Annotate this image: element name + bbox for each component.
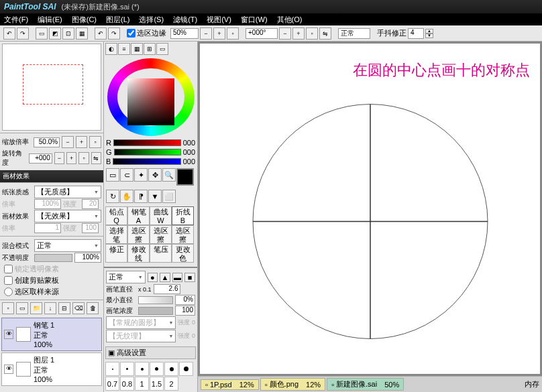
polyline-tool[interactable]: 折线B xyxy=(172,206,194,225)
redo-button[interactable]: ↷ xyxy=(17,27,29,40)
color-change-tool[interactable]: 更改色 xyxy=(172,244,194,263)
brush-blend-dropdown[interactable]: 正常 xyxy=(106,271,146,283)
brush-preset[interactable] xyxy=(105,362,119,376)
select-pen-tool[interactable]: 选择笔 xyxy=(105,225,127,244)
transfer-down-button[interactable]: ↓ xyxy=(44,302,56,314)
invert-selection-button[interactable]: ◩ xyxy=(49,27,61,40)
min-size-value[interactable]: 0% xyxy=(175,295,195,305)
brush-preset[interactable] xyxy=(179,362,193,376)
stabilizer-up[interactable]: ▲ xyxy=(425,29,433,34)
tb-redo2[interactable]: ↷ xyxy=(108,27,120,40)
menu-select[interactable]: 选择(S) xyxy=(139,15,164,24)
brush-shape-3[interactable]: ▬ xyxy=(172,273,183,282)
delete-layer-button[interactable]: 🗑 xyxy=(87,302,99,314)
fg-color-swatch[interactable] xyxy=(176,168,194,186)
zoom-display[interactable]: 50% xyxy=(170,28,199,39)
brush-preset[interactable] xyxy=(150,362,164,376)
hand-tool[interactable]: ✋ xyxy=(120,190,133,203)
brush-size-value[interactable]: 2.6 xyxy=(154,284,180,294)
sample-source-radio[interactable] xyxy=(4,287,13,296)
lasso-tool[interactable]: ⊂ xyxy=(120,168,133,182)
new-layer-button[interactable]: ▫ xyxy=(2,302,14,314)
color-wheel[interactable] xyxy=(107,58,195,136)
color-mixer-tab[interactable]: ▦ xyxy=(131,43,143,55)
brush-size-label-cell[interactable]: 0.8 xyxy=(120,377,134,391)
menu-view[interactable]: 视图(V) xyxy=(207,15,231,24)
stabilizer-down[interactable]: ▼ xyxy=(425,34,433,38)
brush-size-label-cell[interactable]: 0.7 xyxy=(105,377,119,391)
effect-dropdown[interactable]: 【无效果】 xyxy=(34,210,101,222)
protect-alpha-checkbox[interactable] xyxy=(4,265,13,273)
blend-mode-dropdown[interactable]: 正常 xyxy=(34,239,101,252)
menu-file[interactable]: 文件(F) xyxy=(4,15,28,24)
magic-wand-tool[interactable]: ✦ xyxy=(134,168,148,182)
menu-other[interactable]: 其他(O) xyxy=(277,15,303,24)
canvas[interactable]: 在圆的中心点画十的对称点 xyxy=(199,43,541,375)
undo-button[interactable]: ↶ xyxy=(3,27,15,40)
pencil-tool[interactable]: 铅点Q xyxy=(105,206,127,225)
rect-select-tool[interactable]: ▭ xyxy=(106,168,119,182)
layer-item[interactable]: 👁 图层 1 正常100% xyxy=(1,352,102,386)
blue-slider[interactable] xyxy=(113,158,180,165)
zoom-minus[interactable]: − xyxy=(62,136,74,148)
rot-plus[interactable]: + xyxy=(66,152,76,164)
opacity-value[interactable]: 100% xyxy=(74,253,101,263)
density-slider[interactable] xyxy=(138,307,173,315)
texture-dropdown[interactable]: 【无质感】 xyxy=(34,186,101,198)
advanced-settings-toggle[interactable]: ▣高级设置 xyxy=(105,346,196,359)
merge-down-button[interactable]: ⊟ xyxy=(58,302,70,314)
menu-window[interactable]: 窗口(W) xyxy=(241,15,268,24)
rot-flip[interactable]: ⇋ xyxy=(91,152,101,164)
brush-size-label-cell[interactable]: 1.5 xyxy=(150,377,164,391)
opacity-slider[interactable] xyxy=(34,254,72,262)
curve-tool[interactable]: 曲线W xyxy=(150,206,172,225)
brush-shape-dropdown[interactable]: 【常规的圆形】 xyxy=(106,316,176,329)
show-selection-button[interactable]: ⊡ xyxy=(62,27,74,40)
stabilizer-value[interactable]: 4 xyxy=(408,28,424,39)
density-value[interactable]: 100 xyxy=(175,306,195,316)
tile-grid-button[interactable]: ▦ xyxy=(76,27,88,40)
rotate-value[interactable]: +000 xyxy=(29,153,52,164)
layer-item[interactable]: 👁 钢笔 1 正常100% xyxy=(1,318,102,351)
brush-shape-4[interactable]: ■ xyxy=(184,273,195,282)
edit-tool[interactable]: 修正 xyxy=(105,244,127,263)
doc-tab-active[interactable]: ▫新建图像.sai50% xyxy=(327,378,404,391)
clear-layer-button[interactable]: ⌫ xyxy=(72,302,85,314)
rotate-cw-button[interactable]: + xyxy=(292,27,305,40)
menu-layer[interactable]: 图层(L) xyxy=(106,15,129,24)
green-slider[interactable] xyxy=(114,149,181,155)
pressure-tool[interactable]: 笔压 xyxy=(150,244,172,263)
new-folder-button[interactable]: 📁 xyxy=(30,302,42,314)
deselect-button[interactable]: ▭ xyxy=(36,27,48,40)
brush-shape-2[interactable]: ▲ xyxy=(160,273,170,282)
scratchpad-tab[interactable]: ▭ xyxy=(156,43,168,55)
navigator[interactable] xyxy=(2,44,101,131)
color-wheel-tab[interactable]: ◐ xyxy=(105,43,117,55)
brush-size-label-cell[interactable]: 2 xyxy=(164,377,178,391)
rot-minus[interactable]: − xyxy=(54,152,64,164)
brush-preset[interactable] xyxy=(135,362,149,376)
move-tool[interactable]: ✥ xyxy=(148,168,162,182)
red-slider[interactable] xyxy=(113,139,181,146)
angle-display[interactable]: +000° xyxy=(246,28,278,39)
zoom-fit-button[interactable]: ▫ xyxy=(227,27,239,40)
rotate-ccw-button[interactable]: − xyxy=(279,27,291,40)
doc-tab[interactable]: ▫颜色.png12% xyxy=(260,378,325,391)
eyedropper-tool[interactable]: ⁋ xyxy=(134,190,148,203)
line-edit-tool[interactable]: 修改线 xyxy=(127,244,150,263)
layer-visibility-icon[interactable]: 👁 xyxy=(4,330,13,339)
select-erase-tool-1[interactable]: 选区擦 xyxy=(127,225,150,244)
zoom-out-button[interactable]: − xyxy=(200,27,212,40)
menu-edit[interactable]: 编辑(E) xyxy=(38,15,62,24)
select-erase-tool-2[interactable]: 选区擦 xyxy=(150,225,172,244)
rotate-tool[interactable]: ↻ xyxy=(106,190,119,203)
select-erase-tool-3[interactable]: 选区擦 xyxy=(172,225,194,244)
pen-tool[interactable]: 钢笔A xyxy=(127,206,150,225)
min-size-slider[interactable] xyxy=(138,296,173,304)
zoom-plus[interactable]: + xyxy=(76,136,88,148)
zoom-tool[interactable]: 🔍 xyxy=(162,168,176,182)
blend-mode-display[interactable]: 正常 xyxy=(338,28,370,39)
menu-filter[interactable]: 滤镜(T) xyxy=(173,15,197,24)
navigator-viewport[interactable] xyxy=(23,64,83,105)
bg-tool[interactable]: ⬜ xyxy=(162,190,176,203)
